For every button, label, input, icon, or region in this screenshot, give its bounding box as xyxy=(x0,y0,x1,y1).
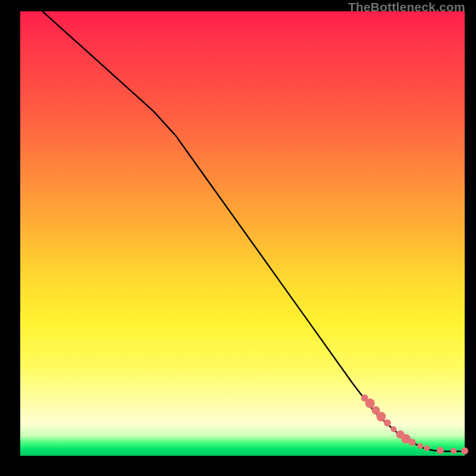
curve-line xyxy=(42,11,465,452)
curve-path xyxy=(42,11,465,452)
marker-dot xyxy=(450,448,456,454)
marker-dot xyxy=(417,443,423,449)
marker-dot xyxy=(377,412,386,421)
marker-dot xyxy=(365,399,375,408)
marker-dot xyxy=(424,445,430,451)
marker-dot xyxy=(461,447,468,455)
marker-dot xyxy=(390,426,396,432)
chart-frame: TheBottleneck.com xyxy=(0,0,476,476)
marker-dot xyxy=(409,439,416,446)
marker-dot xyxy=(384,419,391,427)
chart-overlay xyxy=(20,11,465,456)
marker-group xyxy=(361,394,468,455)
marker-dot xyxy=(437,447,444,454)
